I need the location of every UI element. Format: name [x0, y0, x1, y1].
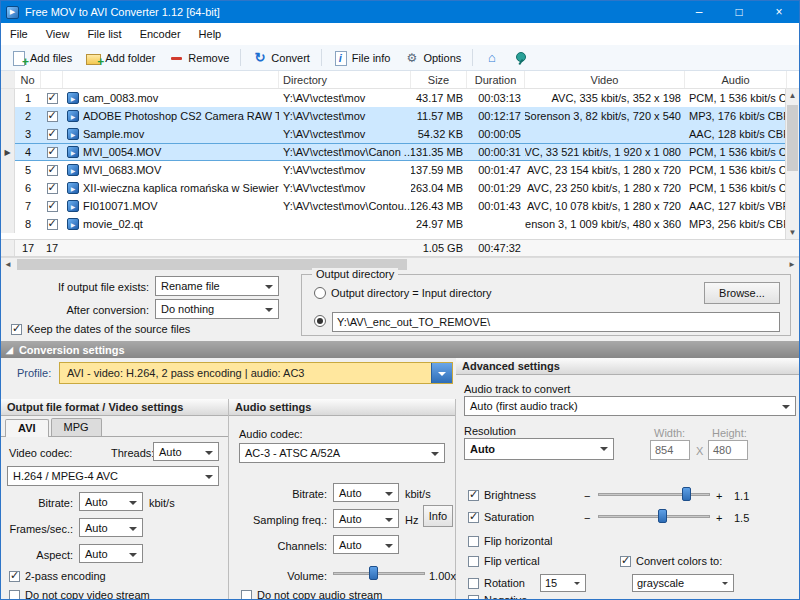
- convert-label: Convert: [271, 52, 310, 64]
- menu-file-list[interactable]: File list: [78, 23, 130, 45]
- volume-slider[interactable]: [333, 566, 425, 580]
- header-directory[interactable]: Directory: [279, 71, 411, 88]
- add-folder-button[interactable]: Add folder: [79, 48, 162, 68]
- menu-encoder[interactable]: Encoder: [131, 23, 190, 45]
- video-bitrate-select[interactable]: Auto: [79, 492, 143, 511]
- slider-thumb[interactable]: [369, 566, 378, 580]
- slider-thumb[interactable]: [658, 509, 667, 523]
- menu-view[interactable]: View: [37, 23, 79, 45]
- keep-dates-checkbox[interactable]: Keep the dates of the source files: [11, 323, 190, 335]
- remove-button[interactable]: Remove: [162, 48, 236, 68]
- rotation-checkbox[interactable]: Rotation: [468, 577, 525, 589]
- header-video[interactable]: Video: [525, 71, 685, 88]
- horizontal-scrollbar[interactable]: ◄ ►: [1, 257, 799, 271]
- row-checkbox[interactable]: [41, 143, 63, 161]
- slider-thumb[interactable]: [682, 487, 691, 501]
- menu-file[interactable]: File: [1, 23, 37, 45]
- menu-help[interactable]: Help: [190, 23, 231, 45]
- if-exists-select[interactable]: Rename file: [155, 276, 279, 296]
- scroll-down-icon[interactable]: ▼: [786, 226, 799, 239]
- tab-mpg[interactable]: MPG: [51, 418, 102, 436]
- no-copy-audio-checkbox[interactable]: Do not copy audio stream: [241, 589, 382, 600]
- sampling-select[interactable]: Auto: [333, 509, 399, 528]
- brightness-slider[interactable]: [598, 487, 710, 501]
- row-checkbox[interactable]: [41, 197, 63, 215]
- fps-select[interactable]: Auto: [79, 518, 143, 537]
- output-path-input[interactable]: Y:\AV\_enc_out_TO_REMOVE\: [332, 312, 780, 332]
- same-directory-radio[interactable]: Output directory = Input directory: [314, 287, 492, 299]
- row-checkbox[interactable]: [41, 161, 63, 179]
- aspect-select[interactable]: Auto: [79, 544, 143, 563]
- options-button[interactable]: ⚙ Options: [397, 48, 468, 68]
- scroll-left-icon[interactable]: ◄: [1, 258, 15, 271]
- profile-select[interactable]: AVI - video: H.264, 2 pass encoding | au…: [59, 362, 453, 384]
- chevron-down-icon[interactable]: [431, 363, 452, 383]
- maximize-button[interactable]: □: [719, 1, 759, 23]
- flip-vertical-checkbox[interactable]: Flip vertical: [468, 555, 540, 567]
- decrease-icon[interactable]: −: [584, 511, 590, 525]
- after-conversion-label: After conversion:: [7, 303, 149, 317]
- scroll-right-icon[interactable]: ►: [785, 258, 799, 271]
- header-no[interactable]: No: [15, 71, 41, 88]
- table-row[interactable]: 2 ADOBE Photoshop CS2 Camera RAW Tut... …: [1, 107, 799, 125]
- slider-track[interactable]: [598, 493, 710, 496]
- flip-horizontal-checkbox[interactable]: Flip horizontal: [468, 535, 552, 547]
- header-duration[interactable]: Duration: [467, 71, 525, 88]
- custom-directory-radio[interactable]: [314, 315, 326, 327]
- row-checkbox[interactable]: [41, 107, 63, 125]
- slider-track[interactable]: [333, 572, 425, 575]
- table-row[interactable]: 1 cam_0083.mov Y:\AV\vctest\mov 43.17 MB…: [1, 89, 799, 107]
- conversion-settings-bar[interactable]: ◢ Conversion settings: [1, 341, 799, 358]
- convert-colors-checkbox[interactable]: Convert colors to:: [620, 555, 722, 567]
- tab-avi[interactable]: AVI: [5, 419, 49, 437]
- home-button[interactable]: ⌂: [477, 48, 506, 68]
- after-conversion-select[interactable]: Do nothing: [155, 299, 279, 319]
- row-checkbox[interactable]: [41, 89, 63, 107]
- brightness-checkbox[interactable]: Brightness: [468, 489, 536, 501]
- browse-button[interactable]: Browse...: [704, 282, 780, 304]
- increase-icon[interactable]: +: [716, 489, 722, 503]
- width-input[interactable]: 854: [650, 440, 690, 460]
- table-row-current[interactable]: ▶ 4 MVI_0054.MOV Y:\AV\vctest\mov\Canon …: [1, 143, 799, 161]
- vertical-scrollbar-thumb[interactable]: [787, 105, 798, 171]
- height-input[interactable]: 480: [708, 440, 748, 460]
- video-codec-select[interactable]: H.264 / MPEG-4 AVC: [7, 466, 219, 486]
- file-info-button[interactable]: File info: [326, 48, 398, 68]
- no-copy-video-checkbox[interactable]: Do not copy video stream: [9, 589, 150, 600]
- table-row[interactable]: 5 MVI_0683.MOV Y:\AV\vctest\mov 137.59 M…: [1, 161, 799, 179]
- scroll-up-icon[interactable]: ▲: [786, 89, 799, 102]
- table-row[interactable]: 6 XII-wieczna kaplica romańska w Siewier…: [1, 179, 799, 197]
- pin-button[interactable]: [506, 48, 535, 68]
- close-button[interactable]: ×: [759, 1, 799, 23]
- table-row[interactable]: 3 Sample.mov Y:\AV\vctest\mov 54.32 KB 0…: [1, 125, 799, 143]
- slider-track[interactable]: [598, 515, 710, 518]
- threads-select[interactable]: Auto: [153, 442, 219, 461]
- row-checkbox[interactable]: [41, 125, 63, 143]
- audio-bitrate-select[interactable]: Auto: [333, 483, 399, 502]
- header-name[interactable]: [63, 71, 279, 88]
- saturation-slider[interactable]: [598, 509, 710, 523]
- table-row[interactable]: 8 movie_02.qt 24.97 MB Sorenson 3, 1 009…: [1, 215, 799, 233]
- resolution-select[interactable]: Auto: [464, 438, 614, 460]
- increase-icon[interactable]: +: [716, 511, 722, 525]
- header-checkbox[interactable]: [41, 71, 63, 88]
- convert-colors-select[interactable]: grayscale: [632, 574, 734, 592]
- audio-track-select[interactable]: Auto (first audio track): [464, 396, 796, 416]
- vertical-scrollbar[interactable]: ▲ ▼: [785, 89, 799, 239]
- rotation-select[interactable]: 15: [540, 574, 586, 592]
- row-checkbox[interactable]: [41, 179, 63, 197]
- decrease-icon[interactable]: −: [584, 489, 590, 503]
- channels-select[interactable]: Auto: [333, 535, 399, 554]
- audio-codec-select[interactable]: AC-3 - ATSC A/52A: [239, 443, 445, 463]
- minimize-button[interactable]: –: [679, 1, 719, 23]
- header-size[interactable]: Size: [411, 71, 467, 88]
- info-button[interactable]: Info: [423, 505, 453, 527]
- negative-checkbox[interactable]: Negative: [468, 594, 527, 600]
- table-row[interactable]: 7 FI010071.MOV Y:\AV\vctest\mov\Contou..…: [1, 197, 799, 215]
- two-pass-checkbox[interactable]: 2-pass encoding: [9, 570, 106, 582]
- add-files-button[interactable]: Add files: [4, 48, 79, 68]
- row-checkbox[interactable]: [41, 215, 63, 233]
- convert-button[interactable]: ↻ Convert: [245, 48, 317, 68]
- saturation-checkbox[interactable]: Saturation: [468, 511, 534, 523]
- header-audio[interactable]: Audio: [685, 71, 787, 88]
